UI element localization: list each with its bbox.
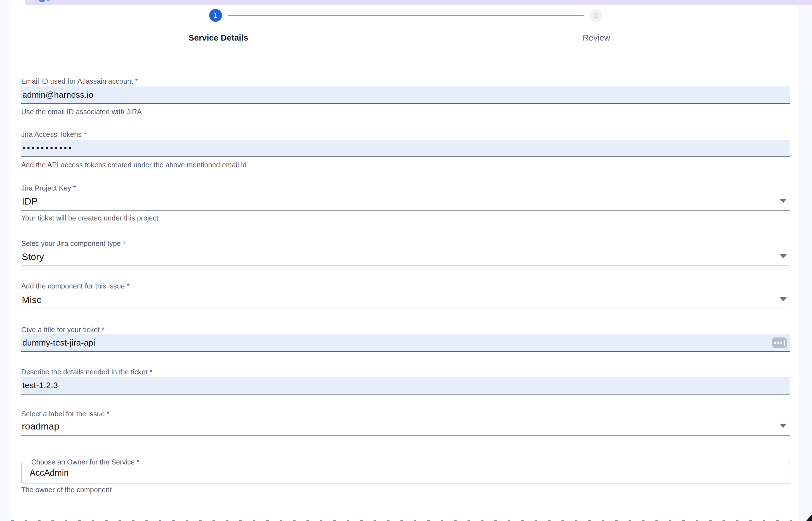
project-key-value: IDP — [21, 196, 38, 207]
page-background-right — [799, 0, 812, 521]
owner-label: Choose an Owner for the Service * — [28, 458, 142, 466]
title-input[interactable]: dummy-test-jira-api — [21, 334, 790, 352]
tokens-field-group: Jira Access Tokens * ••••••••••• Add the… — [21, 130, 790, 138]
title-value: dummy-test-jira-api — [21, 338, 95, 347]
email-field-group: Email ID used for Atlassain account * ad… — [21, 77, 790, 85]
page-background-left — [0, 0, 10, 521]
input-ellipsis-icon[interactable] — [772, 337, 787, 348]
owner-value: AccAdmin — [22, 468, 69, 478]
title-field-group: Give a title for your ticket * dummy-tes… — [21, 326, 790, 334]
description-input[interactable]: test-1.2.3 — [21, 377, 790, 394]
workflow-header-bar[interactable] — [25, 0, 812, 5]
jira-workflow-form-page: 1 2 Service Details Review Email ID used… — [0, 0, 812, 521]
component-select[interactable]: Misc — [21, 291, 790, 309]
email-helper: Use the email ID associated with JIRA — [21, 108, 142, 116]
component-field-group: Add the component for this issue * Misc — [21, 282, 790, 290]
step-2-indicator[interactable]: 2 — [590, 9, 602, 22]
email-label: Email ID used for Atlassain account * — [21, 77, 790, 85]
tokens-input[interactable]: ••••••••••• — [21, 140, 790, 157]
email-input[interactable]: admin@harness.io — [21, 87, 790, 104]
title-label: Give a title for your ticket * — [21, 326, 790, 334]
chevron-down-icon[interactable] — [780, 199, 787, 203]
owner-input[interactable]: Choose an Owner for the Service * AccAdm… — [21, 462, 790, 484]
stepper-connector-line — [228, 15, 584, 16]
workflow-logo-icon — [39, 0, 50, 2]
issue-label-select[interactable]: roadmap — [21, 417, 790, 436]
component-value: Misc — [21, 294, 41, 305]
component-type-select[interactable]: Story — [21, 248, 790, 266]
issue-label-value: roadmap — [21, 421, 59, 432]
step-2-label: Review — [546, 33, 647, 43]
issue-label-label: Select a label for the issue * — [21, 410, 790, 418]
issue-label-field-group: Select a label for the issue * roadmap — [21, 410, 790, 418]
component-type-value: Story — [21, 251, 44, 262]
step-1-indicator[interactable]: 1 — [209, 9, 222, 22]
description-field-group: Describe the details needed in the ticke… — [21, 368, 790, 376]
tokens-value: ••••••••••• — [21, 143, 73, 153]
chevron-down-icon[interactable] — [780, 254, 787, 258]
description-value: test-1.2.3 — [21, 381, 58, 390]
chevron-down-icon[interactable] — [780, 424, 787, 428]
project-key-label: Jira Project Key * — [21, 184, 790, 192]
project-key-helper: Your ticket will be created under this p… — [21, 214, 158, 222]
project-key-field-group: Jira Project Key * IDP Your ticket will … — [21, 184, 790, 192]
chevron-down-icon[interactable] — [780, 297, 787, 301]
description-label: Describe the details needed in the ticke… — [21, 368, 790, 376]
component-type-field-group: Selec your Jira component type * Story — [21, 240, 790, 248]
component-label: Add the component for this issue * — [21, 282, 790, 290]
project-key-select[interactable]: IDP — [21, 192, 790, 211]
email-value: admin@harness.io — [21, 90, 93, 99]
step-1-label: Service Details — [168, 33, 269, 43]
tokens-label: Jira Access Tokens * — [21, 130, 790, 138]
tokens-helper: Add the API access tokens created under … — [21, 161, 247, 169]
component-type-label: Selec your Jira component type * — [21, 240, 790, 248]
owner-helper: The owner of the component — [21, 486, 112, 494]
